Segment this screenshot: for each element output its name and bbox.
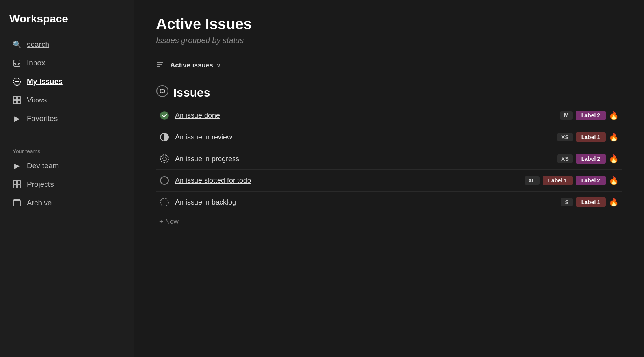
- issues-section-icon: [156, 85, 169, 100]
- sidebar-item-label: My issues: [27, 77, 63, 86]
- teams-nav: ▶ Dev team Projects: [9, 158, 124, 212]
- page-subtitle: Issues grouped by status: [156, 36, 622, 45]
- sidebar-item-label: Dev team: [27, 162, 59, 170]
- dev-team-icon: ▶: [13, 162, 21, 170]
- filter-bar: Active issues ∨: [156, 56, 622, 75]
- sidebar-item-views[interactable]: Views: [9, 92, 124, 109]
- svg-rect-4: [13, 97, 17, 100]
- sidebar-item-label: Favorites: [27, 114, 58, 123]
- status-todo-icon: [159, 175, 169, 186]
- favorites-icon: ▶: [13, 114, 21, 123]
- svg-rect-8: [13, 181, 17, 184]
- label-badge: Label 1: [576, 197, 606, 207]
- svg-rect-6: [13, 100, 17, 104]
- size-badge: XS: [557, 133, 573, 141]
- issues-section: Issues An issue done M Label 2 🔥: [156, 85, 622, 231]
- issue-badges: XS Label 2 🔥: [557, 154, 619, 164]
- chevron-down-icon: ∨: [216, 62, 220, 69]
- page-title: Active Issues: [156, 16, 622, 33]
- search-icon: 🔍: [13, 40, 21, 49]
- issue-row[interactable]: An issue in progress XS Label 2 🔥: [156, 148, 622, 170]
- issue-row[interactable]: An issue slotted for todo XL Label 1 Lab…: [156, 170, 622, 192]
- issue-badges: XS Label 1 🔥: [557, 132, 619, 142]
- status-done-icon: [159, 110, 169, 121]
- new-issue-label: + New: [159, 218, 179, 226]
- teams-label: Your teams: [9, 145, 124, 158]
- sidebar-item-projects[interactable]: Projects: [9, 176, 124, 193]
- issue-badges: M Label 2 🔥: [560, 111, 619, 120]
- sidebar-item-dev-team[interactable]: ▶ Dev team: [9, 158, 124, 175]
- main-content: Active Issues Issues grouped by status A…: [134, 0, 644, 357]
- issue-badges: XL Label 1 Label 2 🔥: [525, 176, 619, 185]
- sidebar-item-label: Projects: [27, 180, 54, 189]
- my-issues-icon: [13, 77, 21, 86]
- svg-rect-10: [13, 185, 17, 188]
- size-badge: S: [561, 198, 572, 206]
- svg-point-22: [160, 177, 168, 184]
- label-badge: Label 1: [543, 176, 573, 185]
- priority-fire-icon: 🔥: [609, 197, 619, 207]
- priority-fire-icon: 🔥: [609, 111, 619, 120]
- workspace-title: Workspace: [9, 13, 124, 25]
- label-badge: Label 2: [576, 176, 606, 185]
- filter-list-icon: [156, 61, 164, 70]
- issue-title: An issue slotted for todo: [175, 177, 519, 185]
- active-issues-filter-button[interactable]: Active issues ∨: [167, 60, 223, 71]
- label-badge: Label 2: [576, 111, 606, 120]
- sidebar-item-label: Views: [27, 96, 47, 104]
- sidebar-item-label: Archive: [27, 199, 52, 207]
- section-title: Issues: [173, 86, 210, 99]
- views-icon: [13, 96, 21, 104]
- svg-point-23: [160, 198, 168, 206]
- sidebar-item-label: search: [27, 40, 49, 49]
- svg-point-21: [162, 157, 166, 161]
- sidebar-item-label: Inbox: [27, 59, 45, 67]
- sidebar-item-inbox[interactable]: Inbox: [9, 55, 124, 72]
- issue-row[interactable]: An issue in review XS Label 1 🔥: [156, 126, 622, 148]
- svg-rect-7: [17, 100, 20, 104]
- size-badge: XL: [525, 176, 540, 185]
- sidebar-item-my-issues[interactable]: My issues: [9, 73, 124, 90]
- priority-fire-icon: 🔥: [609, 154, 619, 164]
- issue-title: An issue done: [175, 112, 555, 120]
- projects-icon: [13, 180, 21, 189]
- priority-fire-icon: 🔥: [609, 176, 619, 185]
- svg-point-18: [160, 112, 168, 119]
- status-backlog-icon: [159, 197, 169, 207]
- svg-rect-12: [13, 201, 20, 206]
- filter-label: Active issues: [170, 61, 213, 69]
- svg-rect-5: [17, 97, 20, 100]
- issue-list: An issue done M Label 2 🔥 An issue in re…: [156, 105, 622, 213]
- priority-fire-icon: 🔥: [609, 132, 619, 142]
- svg-rect-9: [17, 181, 20, 184]
- issue-title: An issue in progress: [175, 155, 552, 163]
- issue-row[interactable]: An issue in backlog S Label 1 🔥: [156, 192, 622, 213]
- issue-title: An issue in review: [175, 133, 552, 141]
- size-badge: M: [560, 111, 573, 120]
- sidebar-item-archive[interactable]: Archive: [9, 195, 124, 212]
- label-badge: Label 2: [576, 154, 606, 164]
- svg-point-20: [160, 155, 168, 163]
- sidebar: Workspace 🔍 search Inbox: [0, 0, 134, 357]
- section-header: Issues: [156, 85, 622, 100]
- sidebar-item-search[interactable]: 🔍 search: [9, 36, 124, 53]
- issue-row[interactable]: An issue done M Label 2 🔥: [156, 105, 622, 126]
- svg-point-17: [157, 86, 168, 97]
- archive-icon: [13, 199, 21, 207]
- sidebar-nav: 🔍 search Inbox My issues: [9, 36, 124, 127]
- issue-badges: S Label 1 🔥: [561, 197, 619, 207]
- status-progress-icon: [159, 154, 169, 164]
- inbox-icon: [13, 59, 21, 67]
- issue-title: An issue in backlog: [175, 198, 555, 206]
- size-badge: XS: [557, 154, 573, 163]
- new-issue-button[interactable]: + New: [156, 213, 182, 231]
- sidebar-divider: [9, 140, 124, 140]
- sidebar-item-favorites[interactable]: ▶ Favorites: [9, 110, 124, 127]
- status-review-icon: [159, 132, 169, 142]
- svg-rect-11: [17, 185, 20, 188]
- label-badge: Label 1: [576, 132, 606, 142]
